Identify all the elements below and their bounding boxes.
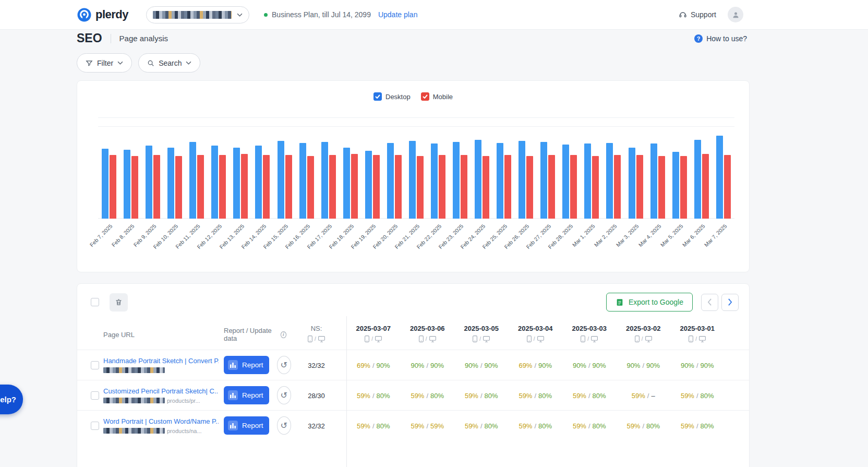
mobile-bar[interactable] — [329, 155, 336, 219]
mobile-bar[interactable] — [351, 154, 358, 219]
desktop-score-link[interactable]: 80% — [485, 422, 498, 430]
desktop-score-link[interactable]: 80% — [377, 392, 390, 400]
desktop-score-link[interactable]: 80% — [430, 392, 444, 400]
desktop-bar[interactable] — [540, 142, 547, 219]
mobile-bar[interactable] — [395, 155, 402, 219]
mobile-score-link[interactable]: 59% — [626, 422, 640, 430]
desktop-bar[interactable] — [102, 149, 108, 219]
mobile-bar[interactable] — [614, 155, 621, 219]
legend-desktop[interactable]: Desktop — [373, 92, 411, 101]
desktop-score-link[interactable]: 80% — [701, 392, 714, 400]
mobile-score-link[interactable]: 59% — [519, 392, 532, 400]
desktop-bar[interactable] — [562, 145, 569, 219]
mobile-bar[interactable] — [263, 155, 270, 219]
desktop-score-link[interactable]: 90% — [485, 362, 498, 370]
desktop-score-link[interactable]: 80% — [593, 422, 606, 430]
mobile-score-link[interactable]: 90% — [465, 362, 478, 370]
mobile-bar[interactable] — [131, 156, 138, 219]
desktop-score-link[interactable]: 80% — [593, 392, 606, 400]
prev-page-button[interactable] — [701, 294, 718, 311]
support-button[interactable]: Support — [679, 10, 716, 19]
desktop-bar[interactable] — [431, 143, 438, 219]
mobile-bar[interactable] — [483, 156, 489, 219]
mobile-bar[interactable] — [724, 155, 731, 219]
report-button[interactable]: Report — [224, 386, 269, 404]
desktop-bar[interactable] — [321, 142, 328, 219]
delete-button[interactable] — [110, 293, 128, 312]
mobile-bar[interactable] — [439, 155, 445, 219]
report-button[interactable]: Report — [224, 356, 269, 374]
legend-mobile[interactable]: Mobile — [421, 92, 453, 101]
desktop-bar[interactable] — [606, 143, 613, 219]
row-checkbox[interactable] — [91, 391, 99, 400]
desktop-bar[interactable] — [211, 146, 218, 219]
desktop-score-link[interactable]: 80% — [377, 422, 390, 430]
desktop-bar[interactable] — [584, 143, 591, 219]
mobile-bar[interactable] — [219, 155, 226, 219]
desktop-bar[interactable] — [497, 143, 503, 219]
mobile-bar[interactable] — [197, 155, 204, 219]
mobile-score-link[interactable]: 90% — [573, 362, 586, 370]
mobile-score-link[interactable]: 59% — [681, 422, 694, 430]
desktop-bar[interactable] — [167, 148, 174, 219]
mobile-bar[interactable] — [504, 155, 511, 219]
mobile-bar[interactable] — [307, 156, 314, 219]
user-avatar[interactable] — [728, 7, 743, 22]
desktop-bar[interactable] — [694, 140, 701, 219]
desktop-bar[interactable] — [387, 143, 394, 219]
desktop-score-link[interactable]: – — [651, 392, 655, 400]
desktop-bar[interactable] — [124, 150, 130, 219]
mobile-score-link[interactable]: 59% — [465, 392, 478, 400]
mobile-score-link[interactable]: 59% — [519, 422, 532, 430]
update-plan-link[interactable]: Update plan — [378, 10, 418, 19]
desktop-bar[interactable] — [716, 136, 723, 219]
mobile-bar[interactable] — [658, 156, 665, 219]
desktop-bar[interactable] — [672, 152, 679, 219]
desktop-bar[interactable] — [650, 143, 657, 219]
desktop-score-link[interactable]: 59% — [430, 422, 444, 430]
desktop-bar[interactable] — [233, 148, 240, 219]
mobile-score-link[interactable]: 59% — [573, 392, 586, 400]
report-button[interactable]: Report — [224, 416, 269, 435]
row-checkbox[interactable] — [91, 361, 99, 369]
mobile-bar[interactable] — [153, 155, 160, 219]
mobile-score-link[interactable]: 90% — [626, 362, 640, 370]
mobile-score-link[interactable]: 59% — [573, 422, 586, 430]
desktop-bar[interactable] — [475, 140, 481, 219]
site-selector-dropdown[interactable] — [146, 6, 249, 23]
mobile-bar[interactable] — [241, 154, 248, 219]
mobile-score-link[interactable]: 59% — [357, 422, 370, 430]
desktop-score-link[interactable]: 90% — [646, 362, 660, 370]
mobile-bar[interactable] — [373, 155, 380, 219]
desktop-bar[interactable] — [453, 142, 460, 219]
desktop-bar[interactable] — [189, 142, 196, 219]
mobile-score-link[interactable]: 59% — [357, 392, 370, 400]
desktop-score-link[interactable]: 80% — [538, 422, 552, 430]
mobile-checkbox[interactable] — [421, 92, 429, 101]
export-to-google-button[interactable]: Export to Google — [606, 293, 693, 312]
next-page-button[interactable] — [721, 294, 739, 311]
mobile-score-link[interactable]: 90% — [681, 362, 694, 370]
mobile-bar[interactable] — [175, 156, 182, 219]
filter-button[interactable]: Filter — [77, 53, 132, 73]
desktop-score-link[interactable]: 90% — [593, 362, 606, 370]
desktop-score-link[interactable]: 80% — [538, 392, 552, 400]
desktop-bar[interactable] — [299, 143, 306, 219]
mobile-bar[interactable] — [680, 156, 687, 219]
select-all-checkbox[interactable] — [91, 298, 99, 306]
mobile-bar[interactable] — [570, 155, 577, 219]
desktop-bar[interactable] — [343, 148, 350, 219]
mobile-bar[interactable] — [548, 155, 555, 219]
search-button[interactable]: Search — [138, 53, 200, 73]
desktop-score-link[interactable]: 90% — [377, 362, 390, 370]
desktop-score-link[interactable]: 80% — [701, 422, 714, 430]
mobile-score-link[interactable]: 59% — [465, 422, 478, 430]
mobile-bar[interactable] — [636, 155, 643, 219]
mobile-score-link[interactable]: 69% — [357, 362, 370, 370]
mobile-bar[interactable] — [110, 155, 116, 219]
mobile-score-link[interactable]: 69% — [519, 362, 532, 370]
page-url-link[interactable]: Word Portrait | Custom Word/Name P... — [103, 417, 219, 425]
desktop-score-link[interactable]: 90% — [430, 362, 444, 370]
mobile-score-link[interactable]: 59% — [411, 392, 424, 400]
desktop-bar[interactable] — [629, 148, 635, 219]
